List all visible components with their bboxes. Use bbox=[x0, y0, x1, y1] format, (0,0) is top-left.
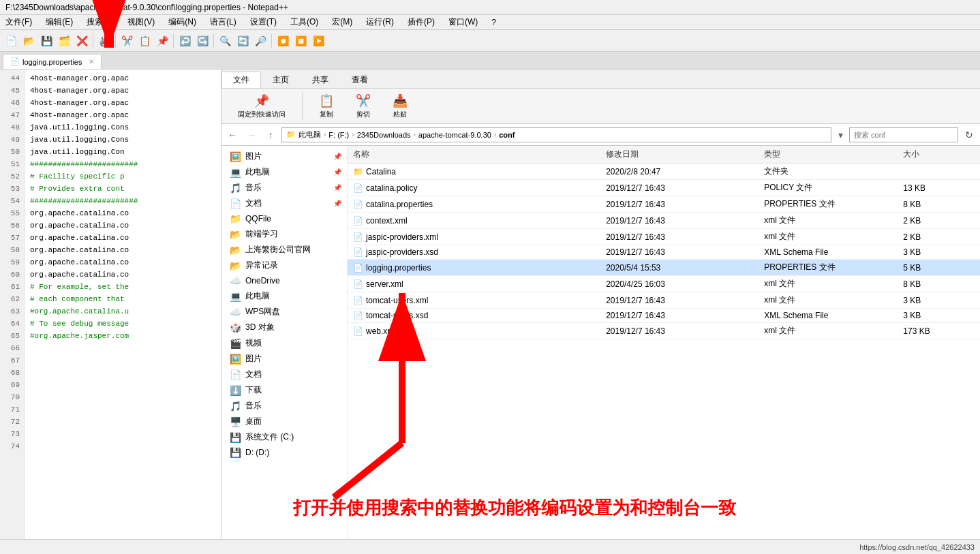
macro-play[interactable]: ▶️ bbox=[310, 33, 326, 49]
nav-item[interactable]: 🖥️ 桌面 bbox=[221, 414, 347, 429]
nav-item[interactable]: 📂 上海繁衡公司官网 bbox=[221, 242, 347, 258]
nav-item[interactable]: 🖼️ 图片 bbox=[221, 351, 347, 367]
path-sep-0: › bbox=[324, 131, 326, 138]
ribbon-tab-view[interactable]: 查看 bbox=[340, 72, 380, 88]
nav-item[interactable]: ☁️ OneDrive bbox=[221, 273, 347, 288]
path-part-1[interactable]: F: (F:) bbox=[328, 131, 349, 139]
menu-encode[interactable]: 编码(N) bbox=[166, 16, 199, 29]
find-button[interactable]: 🔍 bbox=[217, 33, 233, 49]
menu-settings[interactable]: 设置(T) bbox=[247, 16, 279, 29]
path-part-3[interactable]: apache-tomcat-9.0.30 bbox=[418, 131, 491, 139]
table-row[interactable]: 📄web.xml 2019/12/7 16:43 xml 文件 173 KB bbox=[348, 323, 980, 339]
line-number: 66 bbox=[4, 342, 20, 354]
table-row[interactable]: 📄tomcat-users.xsd 2019/12/7 16:43 XML Sc… bbox=[348, 309, 980, 323]
table-row[interactable]: 📄jaspic-providers.xml 2019/12/7 16:43 xm… bbox=[348, 229, 980, 245]
menu-search[interactable]: 搜索(S) bbox=[84, 16, 117, 29]
table-row[interactable]: 📄logging.properties 2020/5/4 15:53 PROPE… bbox=[348, 260, 980, 276]
nav-item[interactable]: 🎵 音乐 bbox=[221, 398, 347, 414]
undo-button[interactable]: ↩️ bbox=[177, 33, 193, 49]
macro-record[interactable]: ⏺️ bbox=[275, 33, 291, 49]
table-row[interactable]: 📄catalina.properties 2019/12/7 16:43 PRO… bbox=[348, 196, 980, 213]
copy-btn[interactable]: 📋 复制 bbox=[313, 92, 339, 121]
table-row[interactable]: 📄tomcat-users.xml 2019/12/7 16:43 xml 文件… bbox=[348, 292, 980, 309]
ribbon-tab-file[interactable]: 文件 bbox=[221, 72, 261, 88]
nav-item[interactable]: 🖼️ 图片 📌 bbox=[221, 149, 347, 164]
col-date[interactable]: 修改日期 bbox=[600, 146, 759, 164]
file-size bbox=[898, 164, 980, 180]
tab-close-icon[interactable]: ✕ bbox=[89, 58, 94, 65]
zoom-in-button[interactable]: 🔎 bbox=[252, 33, 269, 49]
col-type[interactable]: 类型 bbox=[759, 146, 898, 164]
line-number: 46 bbox=[4, 97, 20, 109]
nav-item[interactable]: 💻 此电脑 bbox=[221, 288, 347, 304]
nav-item[interactable]: 🎲 3D 对象 bbox=[221, 320, 347, 335]
up-button[interactable]: ↑ bbox=[262, 127, 279, 143]
table-row[interactable]: 📄server.xml 2020/4/25 16:03 xml 文件 8 KB bbox=[348, 276, 980, 292]
nav-item[interactable]: 💻 此电脑 📌 bbox=[221, 164, 347, 180]
menu-view[interactable]: 视图(V) bbox=[125, 16, 157, 29]
nav-item[interactable]: 📁 QQFile bbox=[221, 211, 347, 226]
redo-button[interactable]: ↪️ bbox=[194, 33, 211, 49]
nav-item[interactable]: 🎵 音乐 📌 bbox=[221, 180, 347, 196]
nav-item[interactable]: 🎬 视频 bbox=[221, 335, 347, 351]
save-all-button[interactable]: 🗂️ bbox=[56, 33, 72, 49]
file-icon: 📄 bbox=[353, 247, 363, 257]
search-input[interactable] bbox=[849, 127, 958, 142]
nav-item[interactable]: ⬇️ 下载 bbox=[221, 382, 347, 398]
refresh-button[interactable]: ↻ bbox=[961, 127, 977, 143]
copy-button[interactable]: 📋 bbox=[136, 33, 153, 49]
code-line: ######################## bbox=[30, 158, 138, 170]
menu-tools[interactable]: 工具(O) bbox=[288, 16, 321, 29]
path-part-4[interactable]: conf bbox=[499, 131, 515, 139]
ribbon-tab-share[interactable]: 共享 bbox=[301, 72, 340, 88]
menu-window[interactable]: 窗口(W) bbox=[446, 16, 480, 29]
back-button[interactable]: ← bbox=[224, 127, 241, 143]
nav-item[interactable]: 📄 文档 bbox=[221, 367, 347, 382]
nav-item[interactable]: 📂 前端学习 bbox=[221, 226, 347, 242]
menu-plugins[interactable]: 插件(P) bbox=[405, 16, 438, 29]
dropdown-button[interactable]: ▾ bbox=[834, 127, 846, 143]
menu-macro[interactable]: 宏(M) bbox=[329, 16, 355, 29]
print-button[interactable]: 🖨️ bbox=[96, 33, 112, 49]
menu-run[interactable]: 运行(R) bbox=[363, 16, 397, 29]
table-row[interactable]: 📁Catalina 2020/2/8 20:47 文件夹 bbox=[348, 164, 980, 180]
nav-item[interactable]: 📂 异常记录 bbox=[221, 258, 347, 273]
col-size[interactable]: 大小 bbox=[898, 146, 980, 164]
macro-stop[interactable]: ⏹️ bbox=[292, 33, 309, 49]
cut-btn[interactable]: ✂️ 剪切 bbox=[350, 92, 376, 121]
open-button[interactable]: 📂 bbox=[20, 33, 37, 49]
nav-item[interactable]: 📄 文档 📌 bbox=[221, 196, 347, 211]
nav-item[interactable]: 💾 D: (D:) bbox=[221, 445, 347, 460]
cut-button[interactable]: ✂️ bbox=[119, 33, 135, 49]
menu-help[interactable]: ? bbox=[489, 17, 499, 28]
table-row[interactable]: 📄context.xml 2019/12/7 16:43 xml 文件 2 KB bbox=[348, 213, 980, 229]
col-name[interactable]: 名称 bbox=[348, 146, 600, 164]
sep3 bbox=[173, 34, 174, 48]
file-type: XML Schema File bbox=[759, 245, 898, 260]
menu-lang[interactable]: 语言(L) bbox=[207, 16, 239, 29]
new-button[interactable]: 📄 bbox=[3, 33, 19, 49]
code-lines[interactable]: 4host-manager.org.apac4host-manager.org.… bbox=[25, 70, 143, 539]
close-button[interactable]: ❌ bbox=[74, 33, 90, 49]
nav-item[interactable]: ☁️ WPS网盘 bbox=[221, 304, 347, 320]
code-line: # Facility specific p bbox=[30, 170, 138, 183]
table-row[interactable]: 📄jaspic-providers.xsd 2019/12/7 16:43 XM… bbox=[348, 245, 980, 260]
paste-btn[interactable]: 📥 粘贴 bbox=[387, 92, 413, 121]
paste-button[interactable]: 📌 bbox=[154, 33, 170, 49]
menu-edit[interactable]: 编辑(E) bbox=[43, 16, 76, 29]
menu-file[interactable]: 文件(F) bbox=[3, 16, 35, 29]
forward-button[interactable]: → bbox=[243, 127, 260, 143]
save-button[interactable]: 💾 bbox=[38, 33, 55, 49]
files-table: 名称 修改日期 类型 大小 📁Catalina 2020/2/8 20:47 文… bbox=[348, 146, 980, 339]
file-type: PROPERTIES 文件 bbox=[759, 260, 898, 276]
path-part-2[interactable]: 2345Downloads bbox=[357, 131, 411, 139]
line-number: 72 bbox=[4, 416, 20, 428]
ribbon-tab-home[interactable]: 主页 bbox=[261, 72, 301, 88]
address-path[interactable]: 📁 此电脑 › F: (F:) › 2345Downloads › apache… bbox=[281, 127, 831, 142]
table-row[interactable]: 📄catalina.policy 2019/12/7 16:43 POLICY … bbox=[348, 180, 980, 196]
replace-button[interactable]: 🔄 bbox=[234, 33, 251, 49]
nav-item[interactable]: 💾 系统文件 (C:) bbox=[221, 429, 347, 445]
path-part-0[interactable]: 此电脑 bbox=[298, 129, 321, 140]
pin-button[interactable]: 📌 固定到快速访问 bbox=[232, 92, 291, 121]
tab-logging-properties[interactable]: 📄 logging.properties ✕ bbox=[3, 54, 102, 69]
